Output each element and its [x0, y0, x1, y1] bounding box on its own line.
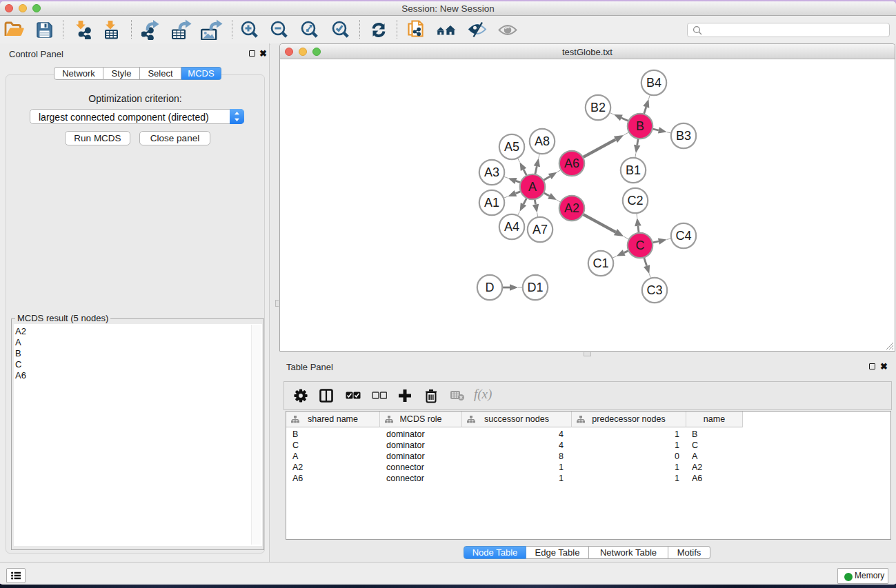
svg-text:A1: A1: [484, 196, 499, 210]
svg-text:B: B: [636, 119, 644, 133]
svg-text:A6: A6: [564, 156, 579, 170]
svg-text:C1: C1: [593, 256, 608, 270]
svg-text:D: D: [486, 281, 495, 294]
svg-text:C: C: [636, 239, 645, 252]
svg-text:A8: A8: [535, 134, 550, 148]
svg-text:A7: A7: [532, 223, 548, 236]
svg-text:A3: A3: [484, 165, 499, 179]
svg-text:C2: C2: [627, 194, 643, 207]
svg-text:A: A: [528, 180, 537, 194]
svg-text:B2: B2: [590, 101, 606, 114]
svg-text:C3: C3: [646, 283, 662, 297]
svg-text:A2: A2: [564, 201, 579, 215]
svg-text:D1: D1: [527, 281, 543, 294]
svg-text:A5: A5: [504, 140, 519, 154]
svg-text:B3: B3: [676, 129, 691, 143]
svg-text:B4: B4: [646, 76, 661, 90]
svg-text:B1: B1: [626, 163, 641, 177]
svg-text:A4: A4: [504, 220, 519, 234]
svg-text:C4: C4: [675, 229, 691, 243]
